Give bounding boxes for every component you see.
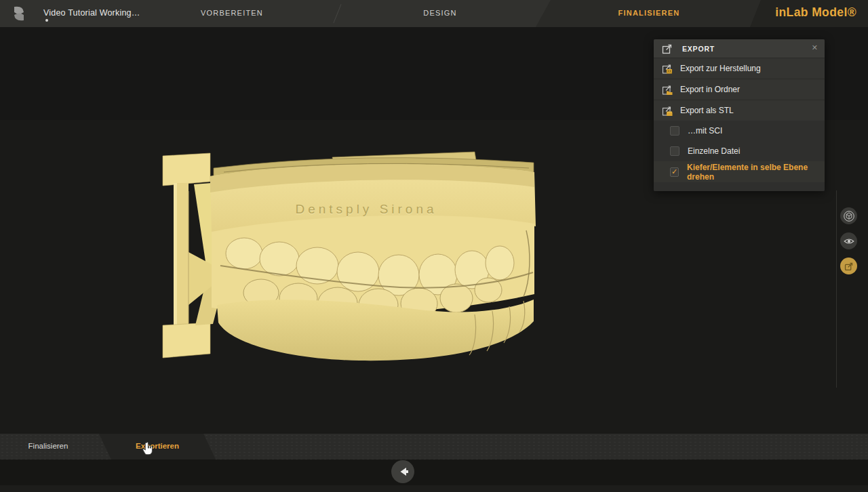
export-tool-button[interactable] bbox=[840, 258, 857, 274]
export-action-label: Export als STL bbox=[680, 106, 734, 115]
close-icon[interactable]: ✕ bbox=[812, 43, 818, 52]
export-action-label: Export in Ordner bbox=[680, 85, 740, 94]
view-orientation-button[interactable] bbox=[840, 207, 857, 224]
export-panel-footer bbox=[654, 182, 825, 191]
tab-finalisieren[interactable]: FINALISIEREN bbox=[618, 9, 680, 17]
eye-icon bbox=[842, 234, 856, 248]
app-brand: inLab Model® bbox=[775, 5, 856, 20]
export-action-label: Export zur Herstellung bbox=[680, 64, 761, 73]
right-panel-divider bbox=[836, 190, 837, 388]
project-title[interactable]: Video Tutorial Working… bbox=[43, 8, 140, 18]
option-kiefer-elemente-drehen[interactable]: ✓ Kiefer/Elemente in selbe Ebene drehen bbox=[654, 161, 825, 182]
step-tab-exportieren[interactable]: Exportieren bbox=[136, 442, 179, 450]
export-panel-header[interactable]: EXPORT ✕ bbox=[654, 39, 825, 58]
export-action-in-ordner[interactable]: Export in Ordner bbox=[654, 79, 825, 100]
tab-vorbereiten[interactable]: VORBEREITEN bbox=[201, 9, 263, 17]
bottom-strip bbox=[0, 485, 868, 492]
inlab-app-window: Video Tutorial Working… VORBEREITEN DESI… bbox=[0, 0, 868, 492]
model-engraving: Dentsply Sirona bbox=[295, 202, 437, 216]
checkbox-icon[interactable] bbox=[670, 126, 679, 136]
option-label: …mit SCI bbox=[688, 126, 722, 136]
bottom-nav-bar bbox=[0, 459, 868, 485]
export-icon bbox=[662, 43, 673, 54]
export-icon bbox=[842, 260, 856, 273]
header-divider bbox=[333, 4, 341, 23]
checkbox-icon[interactable] bbox=[670, 146, 679, 156]
orientation-cube-icon bbox=[842, 209, 856, 223]
dental-model-3d[interactable]: Dentsply Sirona Dentsply Sirona bbox=[156, 150, 546, 369]
project-status-dot bbox=[45, 19, 48, 22]
option-label: Kiefer/Elemente in selbe Ebene drehen bbox=[687, 163, 825, 182]
export-panel: EXPORT ✕ Export zur Herstellung bbox=[654, 39, 825, 191]
step-tab-finalisieren[interactable]: Finalisieren bbox=[28, 442, 68, 450]
export-action-als-stl[interactable]: Export als STL bbox=[654, 100, 825, 121]
tab-design[interactable]: DESIGN bbox=[423, 9, 456, 17]
dentsply-sirona-logo-icon bbox=[10, 5, 28, 22]
export-panel-title: EXPORT bbox=[682, 45, 715, 53]
visibility-button[interactable] bbox=[840, 232, 857, 249]
top-bar: Video Tutorial Working… VORBEREITEN DESI… bbox=[0, 0, 868, 27]
export-as-stl-icon bbox=[662, 105, 673, 117]
back-button[interactable] bbox=[391, 460, 414, 483]
back-arrow-icon bbox=[392, 461, 414, 483]
option-mit-sci[interactable]: …mit SCI bbox=[654, 121, 825, 141]
option-label: Einzelne Datei bbox=[688, 146, 740, 156]
export-to-folder-icon bbox=[662, 84, 673, 96]
export-to-manufacturing-icon bbox=[662, 63, 673, 75]
bottom-step-bar: Finalisieren Exportieren bbox=[0, 434, 868, 459]
export-action-zur-herstellung[interactable]: Export zur Herstellung bbox=[654, 58, 825, 79]
option-einzelne-datei[interactable]: Einzelne Datei bbox=[654, 141, 825, 161]
checkbox-checked-icon[interactable]: ✓ bbox=[670, 167, 679, 177]
